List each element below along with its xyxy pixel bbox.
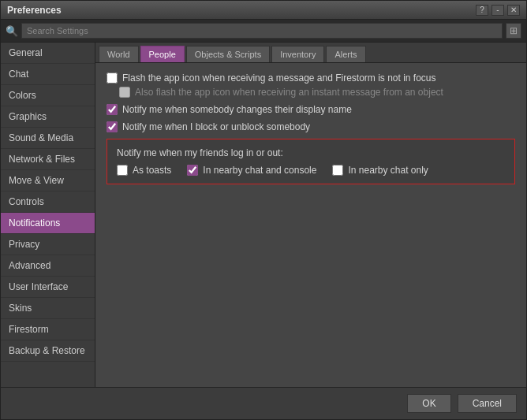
sidebar-item-move-view[interactable]: Move & View — [1, 170, 95, 191]
display-name-label: Notify me when somebody changes their di… — [122, 104, 352, 115]
footer: OK Cancel — [1, 387, 526, 419]
notify-box-title: Notify me when my friends log in or out: — [117, 147, 505, 158]
as-toasts-checkbox[interactable] — [117, 165, 128, 176]
notify-box-options: As toasts In nearby chat and console In … — [117, 165, 505, 176]
nearby-chat-only-row: In nearby chat only — [332, 165, 428, 176]
as-toasts-row: As toasts — [117, 165, 171, 176]
sidebar-item-sound-media[interactable]: Sound & Media — [1, 128, 95, 149]
sidebar-item-advanced[interactable]: Advanced — [1, 255, 95, 277]
titlebar-controls: ? - ✕ — [476, 5, 520, 16]
flash-app-icon-checkbox[interactable] — [107, 72, 118, 84]
search-bar: 🔍 ⊞ — [1, 20, 526, 43]
tabs: World People Objects & Scripts Inventory… — [95, 43, 526, 63]
window-title: Preferences — [7, 5, 62, 16]
flash-app-icon-row: Flash the app icon when receiving a mess… — [107, 72, 515, 84]
tab-people[interactable]: People — [140, 46, 185, 62]
tab-world[interactable]: World — [99, 46, 139, 62]
search-clear-button[interactable]: ⊞ — [506, 23, 521, 39]
nearby-chat-console-checkbox[interactable] — [187, 165, 198, 176]
tab-inventory[interactable]: Inventory — [271, 46, 324, 62]
sidebar-item-user-interface[interactable]: User Interface — [1, 277, 95, 298]
cancel-button[interactable]: Cancel — [458, 394, 517, 413]
sidebar-item-skins[interactable]: Skins — [1, 298, 95, 319]
sidebar-item-notifications[interactable]: Notifications — [1, 213, 95, 234]
close-button[interactable]: ✕ — [507, 5, 520, 16]
sidebar-item-backup-restore[interactable]: Backup & Restore — [1, 340, 95, 362]
block-unblock-row: Notify me when I block or unblock somebo… — [107, 121, 515, 132]
main-content: General Chat Colors Graphics Sound & Med… — [1, 43, 526, 387]
flash-app-icon-object-row: Also flash the app icon when receiving a… — [119, 87, 515, 98]
nearby-chat-console-row: In nearby chat and console — [187, 165, 316, 176]
display-name-checkbox[interactable] — [107, 104, 118, 115]
sidebar-item-colors[interactable]: Colors — [1, 85, 95, 106]
sidebar-item-network-files[interactable]: Network & Files — [1, 149, 95, 170]
search-icon: 🔍 — [6, 25, 18, 37]
flash-app-icon-label: Flash the app icon when receiving a mess… — [122, 72, 436, 84]
display-name-row: Notify me when somebody changes their di… — [107, 104, 515, 115]
search-input[interactable] — [21, 23, 503, 39]
sidebar-item-privacy[interactable]: Privacy — [1, 234, 95, 255]
nearby-chat-only-label: In nearby chat only — [348, 165, 428, 176]
sidebar-item-chat[interactable]: Chat — [1, 64, 95, 85]
tab-objects-scripts[interactable]: Objects & Scripts — [186, 46, 270, 62]
titlebar: Preferences ? - ✕ — [1, 1, 526, 20]
ok-button[interactable]: OK — [407, 394, 450, 413]
block-unblock-label: Notify me when I block or unblock somebo… — [122, 121, 310, 132]
tab-alerts[interactable]: Alerts — [326, 46, 365, 62]
sidebar-item-general[interactable]: General — [1, 43, 95, 64]
flash-app-icon-object-checkbox[interactable] — [119, 87, 130, 98]
help-button[interactable]: ? — [476, 5, 488, 16]
nearby-chat-only-checkbox[interactable] — [332, 165, 343, 176]
sidebar: General Chat Colors Graphics Sound & Med… — [1, 43, 95, 387]
preferences-window: Preferences ? - ✕ 🔍 ⊞ General Chat Color… — [0, 0, 527, 420]
sidebar-item-controls[interactable]: Controls — [1, 191, 95, 213]
friends-login-notify-box: Notify me when my friends log in or out:… — [107, 139, 515, 184]
tab-content-people: Flash the app icon when receiving a mess… — [95, 63, 526, 387]
flash-app-icon-object-label: Also flash the app icon when receiving a… — [135, 87, 443, 98]
minimize-button[interactable]: - — [491, 5, 504, 16]
content-area: World People Objects & Scripts Inventory… — [95, 43, 526, 387]
nearby-chat-console-label: In nearby chat and console — [203, 165, 316, 176]
sidebar-item-graphics[interactable]: Graphics — [1, 106, 95, 128]
block-unblock-checkbox[interactable] — [107, 121, 118, 132]
as-toasts-label: As toasts — [133, 165, 171, 176]
sidebar-item-firestorm[interactable]: Firestorm — [1, 319, 95, 340]
